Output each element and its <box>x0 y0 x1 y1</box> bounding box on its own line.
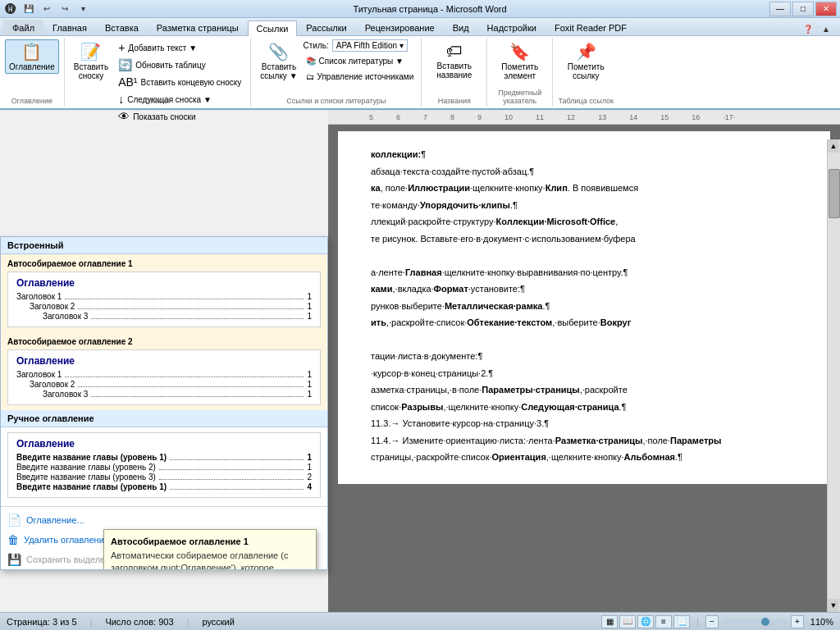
qa-dropdown[interactable]: ▾ <box>75 2 90 16</box>
doc-line-13: тации·листа·в·документе:¶ <box>371 349 797 363</box>
tableref-group-label: Таблица ссылок <box>553 97 619 105</box>
doc-line-10: рунков·выберите·Металлическая·рамка.¶ <box>371 299 797 313</box>
tab-foxit[interactable]: Foxit Reader PDF <box>546 20 636 35</box>
insert-caption-label: Вставитьназвание <box>436 62 472 80</box>
tab-addins[interactable]: Надстройки <box>478 20 546 35</box>
minimize-btn[interactable]: — <box>769 2 791 16</box>
close-btn[interactable]: ✕ <box>815 2 837 16</box>
doc-line-16: список·Разрывы,·щелкните·кнопку·Следующа… <box>371 400 797 414</box>
toc-settings-btn[interactable]: 📄 Оглавление... <box>1 510 327 530</box>
undo-quick-btn[interactable]: ↩ <box>39 2 54 16</box>
window-title: Титульная страница - Microsoft Word <box>90 4 769 14</box>
autotoc1-entry-3: Заголовок 31 <box>43 312 312 321</box>
manage-sources-btn[interactable]: 🗂 Управление источниками <box>304 71 417 83</box>
zoom-slider[interactable] <box>722 619 788 624</box>
doc-line-4: те·команду·Упорядочить·клипы.¶ <box>371 199 797 212</box>
scroll-down-btn[interactable]: ▼ <box>828 599 839 612</box>
add-text-btn[interactable]: + Добавить текст ▼ <box>114 39 245 56</box>
endnote-btn[interactable]: AB¹ Вставить концевую сноску <box>114 74 245 90</box>
zoom-in-btn[interactable]: + <box>791 615 804 628</box>
lang-indicator[interactable]: русский <box>202 617 234 627</box>
doc-line-15: азметка·страницы,·в·поле·Параметры·стран… <box>371 383 797 397</box>
tab-references[interactable]: Ссылки <box>248 21 298 36</box>
word-icon: 🅦 <box>3 2 18 16</box>
insert-caption-btn[interactable]: 🏷 Вставитьназвание <box>432 39 476 82</box>
tooltip-title: Автособираемое оглавление 1 <box>111 536 309 546</box>
tab-mailings[interactable]: Рассылки <box>297 20 355 35</box>
tab-view[interactable]: Вид <box>444 20 478 35</box>
autotoc2-item[interactable]: Автособираемое оглавление 2 Оглавление З… <box>1 332 327 410</box>
autotoc1-item[interactable]: Автособираемое оглавление 1 Оглавление З… <box>1 254 327 332</box>
dropdown-arrow: ▾ <box>399 41 404 50</box>
document-area: 5678910111213141516·17· коллекции:¶ абза… <box>328 110 840 612</box>
ruler-marks: 5678910111213141516·17· <box>369 113 735 121</box>
citation-style-dropdown[interactable]: APA Fifth Edition ▾ <box>332 39 408 52</box>
autotoc2-wrapper: Автособираемое оглавление 2 Оглавление З… <box>1 332 327 410</box>
insert-footnote-btn[interactable]: 📝 Вставитьсноску <box>70 39 112 83</box>
autotoc2-entry-2: Заголовок 21 <box>30 380 312 389</box>
citations-group-label: Ссылки и списки литературы <box>251 97 421 105</box>
mark-citation-btn[interactable]: 📌 Пометитьссылку <box>564 39 609 83</box>
title-bar: 🅦 💾 ↩ ↪ ▾ Титульная страница - Microsoft… <box>0 0 840 18</box>
tab-home[interactable]: Главная <box>43 20 96 35</box>
autotoc1-entry-2: Заголовок 21 <box>30 302 312 311</box>
mark-entry-btn[interactable]: 🔖 Пометитьэлемент <box>497 39 542 83</box>
ribbon-group-citations: 📎 Вставитьссылку ▼ Стиль: APA Fifth Edit… <box>251 38 422 107</box>
help-btn[interactable]: ❓ <box>801 22 815 35</box>
toc-dropdown-panel: Встроенный Автособираемое оглавление 1 О… <box>0 236 328 570</box>
zoom-level[interactable]: 110% <box>810 617 833 627</box>
scroll-thumb[interactable] <box>829 169 840 218</box>
full-reading-btn[interactable]: 📖 <box>619 615 636 628</box>
section-builtin-header: Встроенный <box>1 237 327 254</box>
autotoc2-preview: Оглавление Заголовок 11 Заголовок 21 Заг… <box>7 349 321 405</box>
autotoc1-preview: Оглавление Заголовок 11 Заголовок 21 Заг… <box>7 272 321 327</box>
tab-file[interactable]: Файл <box>3 20 43 35</box>
tab-layout[interactable]: Разметка страницы <box>148 20 248 35</box>
save-quick-btn[interactable]: 💾 <box>21 2 36 16</box>
draft-view-btn[interactable]: 📃 <box>673 615 690 628</box>
bibliography-icon: 📚 <box>306 57 316 66</box>
manual-toc-item[interactable]: Оглавление Введите название главы (урове… <box>1 427 327 503</box>
toc-group-label: Оглавление <box>0 97 64 105</box>
tab-insert[interactable]: Вставка <box>96 20 148 35</box>
maximize-btn[interactable]: □ <box>792 2 814 16</box>
tooltip-box: Автособираемое оглавление 1 Автоматическ… <box>103 529 317 570</box>
vertical-scrollbar[interactable]: ▲ ▼ <box>827 139 840 612</box>
caption-icon: 🏷 <box>446 42 463 61</box>
footnote-icon: 📝 <box>80 42 101 62</box>
zoom-out-btn[interactable]: − <box>705 615 719 628</box>
manual-toc-preview: Оглавление Введите название главы (урове… <box>7 432 321 498</box>
endnote-icon: AB¹ <box>118 75 137 89</box>
zoom-thumb[interactable] <box>761 618 769 626</box>
save-toc-icon: 💾 <box>7 553 21 566</box>
tableref-group-content: 📌 Пометитьссылку <box>564 39 609 105</box>
outline-view-btn[interactable]: ≡ <box>655 615 672 628</box>
print-layout-btn[interactable]: ▦ <box>601 615 618 628</box>
document-page: коллекции:¶ абзаца·текста·создайте·пусто… <box>338 131 830 484</box>
zoom-controls: ▦ 📖 🌐 ≡ 📃 | − + 110% <box>601 615 833 628</box>
ribbon-group-tableref: 📌 Пометитьссылку Таблица ссылок <box>553 38 619 107</box>
toc-icon: 📋 <box>21 42 42 62</box>
doc-line-19: страницы,·раскройте·список·Ориентация,·щ… <box>371 450 797 464</box>
autotoc2-entry-1: Заголовок 11 <box>16 370 312 379</box>
toc-settings-icon: 📄 <box>7 514 21 527</box>
tooltip-text: Автоматически собираемое оглавление (с з… <box>111 550 309 570</box>
tab-review[interactable]: Рецензирование <box>356 20 444 35</box>
status-sep-2: | <box>187 617 189 627</box>
mark-citation-icon: 📌 <box>576 42 596 62</box>
toc-button[interactable]: 📋 Оглавление <box>5 39 59 74</box>
doc-line-3: ка, поле·Иллюстрации·щелкните·кнопку·Кли… <box>371 181 797 195</box>
toc-group-content: 📋 Оглавление <box>5 39 59 105</box>
doc-line-9: ками,·вкладка·Формат·установите:¶ <box>371 282 797 296</box>
ribbon-toggle[interactable]: ▲ <box>819 22 833 35</box>
add-text-icon: + <box>118 41 125 54</box>
insert-citation-btn[interactable]: 📎 Вставитьссылку ▼ <box>256 39 301 83</box>
update-table-btn[interactable]: 🔄 Обновить таблицу <box>114 57 245 73</box>
web-layout-btn[interactable]: 🌐 <box>637 615 654 628</box>
doc-line-12 <box>371 333 797 347</box>
citation-style-value: APA Fifth Edition <box>336 41 397 50</box>
redo-quick-btn[interactable]: ↪ <box>57 2 72 16</box>
scroll-up-btn[interactable]: ▲ <box>828 139 839 153</box>
page-info: Страница: 3 из 5 <box>7 617 77 627</box>
bibliography-btn[interactable]: 📚 Список литературы ▼ <box>304 55 417 67</box>
